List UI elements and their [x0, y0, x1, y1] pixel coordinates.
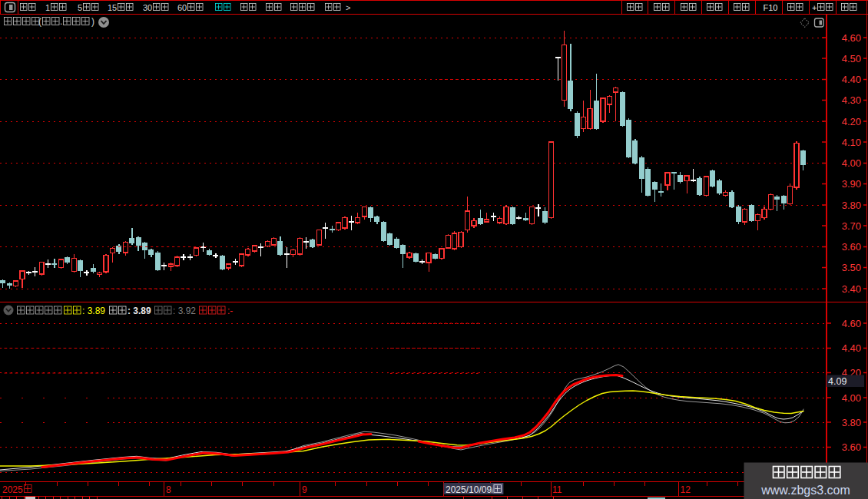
- svg-text:+: +: [812, 3, 817, 12]
- svg-text:5: 5: [78, 3, 82, 12]
- svg-text:www.zbgs3.com: www.zbgs3.com: [760, 484, 850, 497]
- svg-text:3.60: 3.60: [842, 241, 861, 253]
- svg-text:4.50: 4.50: [842, 53, 861, 64]
- svg-text:3.60: 3.60: [842, 441, 861, 453]
- svg-text:>: >: [346, 3, 350, 12]
- svg-text:12: 12: [681, 484, 691, 495]
- svg-text::-: :-: [227, 306, 233, 316]
- svg-text:: 3.89: : 3.89: [82, 306, 105, 316]
- svg-text:4.60: 4.60: [842, 318, 861, 329]
- svg-text:3.90: 3.90: [842, 178, 861, 190]
- svg-text:F10: F10: [764, 3, 778, 12]
- svg-text:15: 15: [108, 3, 117, 12]
- svg-text:9: 9: [302, 484, 307, 495]
- svg-text:.: .: [60, 16, 62, 27]
- svg-text:: 3.92: : 3.92: [173, 306, 196, 316]
- svg-text:4.10: 4.10: [842, 137, 861, 148]
- svg-text:4.40: 4.40: [842, 342, 861, 354]
- svg-text:60: 60: [177, 3, 187, 12]
- svg-text:4.00: 4.00: [842, 392, 861, 404]
- svg-text:4.30: 4.30: [842, 94, 861, 106]
- svg-text:3.50: 3.50: [842, 262, 861, 273]
- svg-text:3.40: 3.40: [842, 283, 861, 295]
- svg-text:(: (: [38, 16, 41, 27]
- svg-text:30: 30: [143, 3, 152, 12]
- svg-text:2025: 2025: [2, 484, 23, 495]
- svg-text:: 3.89: : 3.89: [128, 306, 151, 316]
- svg-text:4.60: 4.60: [842, 32, 861, 44]
- svg-text:4.09: 4.09: [828, 376, 846, 387]
- svg-text:11: 11: [552, 484, 562, 495]
- svg-text:3.80: 3.80: [842, 417, 861, 428]
- svg-text:4.00: 4.00: [842, 157, 861, 169]
- svg-text:3.70: 3.70: [842, 220, 861, 232]
- svg-text:3.80: 3.80: [842, 200, 861, 211]
- svg-text:1: 1: [45, 3, 50, 12]
- svg-text:4.40: 4.40: [842, 74, 861, 85]
- svg-text:): ): [91, 16, 94, 27]
- svg-text:2025/10/09/: 2025/10/09/: [446, 484, 495, 495]
- svg-text:8: 8: [166, 484, 171, 495]
- svg-text:4.20: 4.20: [842, 116, 861, 127]
